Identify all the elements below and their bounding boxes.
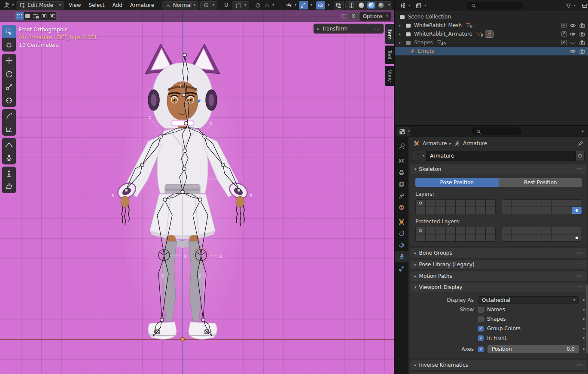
expand-arrow-icon[interactable]: ▸ [399, 24, 405, 27]
layers-grid-right[interactable] [502, 199, 582, 214]
mode-dropdown[interactable]: Edit Mode ▾ [16, 1, 64, 9]
shading-rendered[interactable] [377, 2, 385, 9]
render-camera-icon[interactable] [579, 48, 585, 55]
object-type-visibility-dropdown[interactable]: ▾ [284, 1, 298, 9]
tab-view-layer[interactable] [395, 178, 408, 190]
layer-cell[interactable] [532, 200, 542, 207]
bone-groups-panel-header[interactable]: ▸ Bone Groups ∷∷ [410, 248, 587, 258]
hide-eye-icon[interactable] [570, 48, 576, 55]
layer-cell[interactable] [476, 200, 485, 207]
drag-handle-icon[interactable]: ∷∷ [577, 167, 583, 171]
layer-cell[interactable] [436, 200, 445, 207]
layer-cell[interactable] [436, 227, 445, 234]
show-gizmo-toggle[interactable] [299, 1, 308, 9]
properties-scrollbar[interactable] [586, 285, 588, 353]
group-colors-checkbox[interactable] [478, 326, 484, 331]
outliner-search-input[interactable] [467, 2, 523, 9]
drag-handle-icon[interactable]: ∷∷ [577, 251, 583, 255]
layer-cell[interactable] [426, 200, 435, 207]
layer-cell[interactable] [562, 207, 572, 214]
properties-editor-type-button[interactable]: ▾ [397, 127, 411, 136]
names-checkbox[interactable] [478, 307, 484, 313]
layer-cell[interactable] [416, 234, 425, 241]
layer-cell[interactable] [532, 207, 542, 214]
layers-grid-left[interactable] [415, 199, 496, 214]
layer-cell[interactable] [476, 207, 485, 214]
menu-armature[interactable]: Armature [126, 1, 158, 9]
layer-cell[interactable] [416, 207, 425, 214]
tool-move[interactable] [2, 54, 16, 67]
layer-cell[interactable] [456, 227, 465, 234]
pivot-point-dropdown[interactable]: ▾ [200, 1, 217, 9]
display-as-dropdown[interactable]: Octahedral ▾ [478, 296, 579, 304]
tab-output[interactable] [395, 167, 408, 178]
layer-cell[interactable] [446, 227, 455, 234]
transform-panel-header[interactable]: ▸ Transform ∷∷ [314, 24, 384, 33]
layer-cell[interactable] [552, 207, 561, 214]
layer-cell[interactable] [486, 234, 495, 241]
layer-cell[interactable] [512, 207, 521, 214]
layer-cell[interactable] [512, 234, 521, 241]
xray-toggle[interactable] [334, 1, 344, 10]
outliner-row-shapes-collection[interactable]: ▸ Shapes ▽49 [395, 38, 588, 47]
tab-tool[interactable] [395, 140, 408, 152]
layer-cell[interactable] [562, 200, 572, 207]
tool-scale[interactable] [2, 80, 16, 94]
tool-annotate[interactable] [2, 109, 16, 122]
snap-settings-dropdown[interactable]: ▾ [232, 1, 249, 9]
options-dropdown[interactable]: Options ▾ [360, 12, 391, 21]
tab-world[interactable] [395, 201, 408, 213]
shading-material-preview[interactable] [367, 2, 375, 9]
layer-cell[interactable] [446, 200, 455, 207]
layer-cell[interactable] [552, 227, 561, 234]
protected-grid-right[interactable] [502, 227, 582, 242]
layer-cell[interactable] [466, 207, 475, 214]
datablock-type-button[interactable]: ▾ [413, 151, 427, 161]
tool-roll[interactable] [2, 138, 16, 151]
gizmo-dropdown[interactable]: ▾ [308, 3, 314, 8]
shading-wireframe[interactable] [347, 2, 356, 9]
tool-cursor[interactable] [2, 38, 16, 52]
layer-cell[interactable] [552, 200, 561, 207]
layer-cell[interactable] [446, 207, 455, 214]
fake-user-button[interactable] [576, 151, 585, 161]
layer-cell[interactable] [426, 234, 435, 241]
layer-cell[interactable] [552, 234, 561, 241]
layer-cell[interactable] [572, 207, 582, 214]
layer-cell[interactable] [466, 234, 475, 241]
viewport-3d[interactable]: YY YY YY XX XX XX XX X [0, 10, 394, 374]
outliner-editor-type-button[interactable]: ▾ [398, 1, 411, 10]
layer-cell[interactable] [466, 200, 475, 207]
pose-library-panel-header[interactable]: ▸ Pose Library (Legacy) ∷∷ [410, 260, 587, 269]
layer-cell[interactable] [572, 200, 582, 207]
expand-arrow-icon[interactable]: ▸ [399, 41, 405, 45]
tool-measure[interactable] [2, 122, 16, 136]
inverse-kinematics-panel-header[interactable]: ▸ Inverse Kinematics ∷∷ [410, 360, 587, 370]
decorator-dot[interactable] [583, 318, 585, 320]
select-mode-invert[interactable] [40, 12, 48, 20]
datablock-name-input[interactable]: Armature [427, 151, 576, 161]
menu-add[interactable]: Add [109, 1, 126, 9]
proportional-falloff-dropdown[interactable]: ▾ [262, 1, 275, 9]
layer-cell[interactable] [542, 200, 551, 207]
proportional-editing-toggle[interactable] [253, 1, 262, 9]
chevron-down-icon[interactable]: ▾ [582, 130, 584, 134]
axes-position-slider[interactable]: Position 0.0 [487, 345, 579, 353]
eye-closed-icon[interactable] [570, 40, 576, 46]
layer-cell[interactable] [466, 227, 475, 234]
tab-scene[interactable] [395, 190, 408, 201]
tool-bone-envelope[interactable] [2, 151, 16, 164]
select-mode-set[interactable] [15, 12, 24, 20]
expand-arrow-icon[interactable]: ▸ [399, 32, 405, 36]
tab-bone[interactable] [395, 262, 408, 274]
layer-cell[interactable] [562, 227, 572, 234]
shading-solid[interactable] [357, 2, 366, 9]
layer-cell[interactable] [446, 234, 455, 241]
motion-paths-panel-header[interactable]: ▸ Motion Paths ∷∷ [410, 271, 587, 281]
layer-cell[interactable] [572, 234, 582, 241]
rest-position-button[interactable]: Rest Position [499, 178, 582, 187]
tool-shear[interactable] [2, 180, 16, 193]
layer-cell[interactable] [522, 234, 532, 241]
layer-cell[interactable] [542, 227, 551, 234]
render-camera-icon[interactable] [579, 31, 585, 37]
